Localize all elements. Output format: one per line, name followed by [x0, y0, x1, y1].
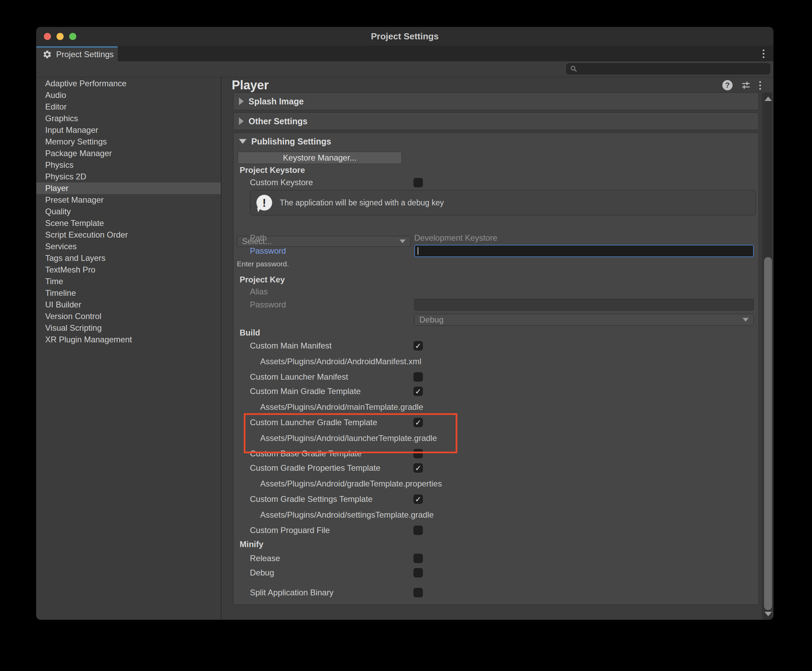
search-box [566, 63, 770, 74]
checkbox[interactable] [414, 449, 423, 458]
checkbox[interactable] [414, 373, 423, 382]
sidebar-item-package-manager[interactable]: Package Manager [36, 148, 221, 159]
sidebar-item-script-execution-order[interactable]: Script Execution Order [36, 229, 221, 241]
chevron-right-icon [239, 118, 244, 125]
sidebar-item-services[interactable]: Services [36, 241, 221, 252]
sidebar-item-editor[interactable]: Editor [36, 101, 221, 112]
setting-label: Custom Gradle Properties Template [233, 463, 380, 473]
checkbox[interactable] [414, 418, 423, 427]
checkbox[interactable] [414, 495, 423, 504]
sidebar-item-time[interactable]: Time [36, 276, 221, 287]
sidebar-item-physics[interactable]: Physics [36, 159, 221, 171]
checkbox[interactable] [414, 568, 423, 577]
scroll-up-arrow-icon[interactable] [764, 97, 772, 101]
sidebar-item-xr-plugin-management[interactable]: XR Plugin Management [36, 334, 221, 346]
setting-path: Assets/Plugins/Android/mainTemplate.grad… [233, 399, 759, 415]
section-other-settings-header[interactable]: Other Settings [233, 112, 759, 130]
setting-label: Custom Launcher Gradle Template [233, 418, 377, 427]
scrollbar-thumb[interactable] [764, 257, 772, 610]
setting-label: Custom Launcher Manifest [233, 372, 348, 382]
sidebar-item-physics-2d[interactable]: Physics 2D [36, 171, 221, 182]
sidebar-item-audio[interactable]: Audio [36, 89, 221, 101]
setting-label: Custom Main Manifest [233, 341, 332, 351]
checkbox[interactable] [414, 463, 423, 473]
info-box: ! The application will be signed with a … [250, 190, 756, 215]
password-helper-text: Enter password. [237, 259, 289, 268]
custom-keystore-label: Custom Keystore [250, 177, 313, 188]
project-key-heading: Project Key [240, 274, 285, 286]
text-caret [418, 247, 418, 255]
setting-row: Custom Launcher Manifest [233, 370, 759, 384]
search-icon [570, 65, 577, 73]
checkbox[interactable] [414, 588, 423, 598]
presets-icon[interactable] [741, 80, 751, 90]
checkbox[interactable] [414, 341, 423, 351]
tab-project-settings[interactable]: Project Settings [36, 46, 118, 61]
keystore-password-input[interactable] [414, 245, 754, 257]
toolbar [36, 61, 773, 77]
sidebar-item-graphics[interactable]: Graphics [36, 112, 221, 124]
dropdown-value: Debug [419, 315, 444, 325]
section-splash-image: Splash Image [233, 92, 759, 110]
setting-label: Custom Proguard File [233, 526, 330, 535]
section-publishing-settings-header[interactable]: Publishing Settings [233, 133, 759, 150]
sidebar-item-scene-template[interactable]: Scene Template [36, 217, 221, 229]
tab-strip: Project Settings [36, 46, 773, 61]
custom-keystore-checkbox[interactable] [414, 178, 423, 187]
titlebar: Project Settings [36, 27, 773, 46]
sidebar-item-visual-scripting[interactable]: Visual Scripting [36, 322, 221, 334]
panel-menu-icon[interactable] [759, 81, 761, 90]
info-message: The application will be signed with a de… [280, 198, 444, 208]
keystore-manager-button[interactable]: Keystore Manager... [238, 152, 402, 164]
alias-label: Alias [250, 286, 268, 298]
panel-scroll-divider [762, 92, 763, 620]
sidebar-item-memory-settings[interactable]: Memory Settings [36, 136, 221, 148]
section-label: Splash Image [249, 97, 304, 106]
chevron-down-icon [742, 318, 749, 322]
scrollbar[interactable] [763, 92, 773, 620]
sidebar-item-tags-and-layers[interactable]: Tags and Layers [36, 252, 221, 264]
sidebar-item-quality[interactable]: Quality [36, 206, 221, 217]
sidebar-item-timeline[interactable]: Timeline [36, 287, 221, 299]
tab-overflow-menu-icon[interactable] [763, 49, 764, 58]
settings-sidebar: Adaptive PerformanceAudioEditorGraphicsI… [36, 77, 221, 620]
checkbox[interactable] [414, 554, 423, 563]
setting-path: Assets/Plugins/Android/AndroidManifest.x… [233, 353, 759, 370]
player-settings-panel: Player ? [221, 77, 773, 620]
setting-row: Debug [233, 565, 759, 580]
setting-label: Custom Main Gradle Template [233, 387, 361, 396]
checkbox[interactable] [414, 526, 423, 535]
scroll-down-arrow-icon[interactable] [764, 612, 772, 616]
warning-icon: ! [256, 195, 272, 211]
setting-row: Release [233, 551, 759, 565]
alias-dropdown[interactable]: Debug [414, 314, 754, 325]
setting-row: Custom Base Gradle Template [233, 446, 759, 461]
screen: Project Settings Project Settings Adapti… [0, 0, 812, 671]
sidebar-item-player[interactable]: Player [36, 182, 221, 194]
setting-row: Custom Gradle Properties Template [233, 461, 759, 475]
keystore-path-value: Development Keystore [414, 232, 497, 244]
sidebar-item-version-control[interactable]: Version Control [36, 310, 221, 322]
setting-path: Assets/Plugins/Android/gradleTemplate.pr… [233, 475, 759, 492]
sidebar-item-preset-manager[interactable]: Preset Manager [36, 194, 221, 206]
help-icon[interactable]: ? [722, 80, 733, 90]
setting-label: Custom Gradle Settings Template [233, 494, 373, 504]
window-title: Project Settings [36, 27, 773, 46]
sidebar-item-ui-builder[interactable]: UI Builder [36, 299, 221, 310]
setting-label: Split Application Binary [233, 588, 334, 598]
setting-row: Custom Proguard File [233, 523, 759, 538]
keystore-path-label: Path [250, 232, 267, 244]
build-heading: Build [233, 327, 759, 339]
sidebar-item-textmesh-pro[interactable]: TextMesh Pro [36, 264, 221, 276]
key-password-input[interactable] [414, 299, 754, 310]
build-rows: BuildCustom Main ManifestAssets/Plugins/… [233, 327, 759, 600]
setting-row: Custom Main Gradle Template [233, 384, 759, 399]
section-label: Publishing Settings [251, 136, 331, 146]
sidebar-item-adaptive-performance[interactable]: Adaptive Performance [36, 78, 221, 89]
checkbox[interactable] [414, 387, 423, 396]
search-input[interactable] [577, 65, 770, 73]
setting-path: Assets/Plugins/Android/launcherTemplate.… [233, 430, 759, 446]
sidebar-item-input-manager[interactable]: Input Manager [36, 124, 221, 136]
setting-row: Custom Gradle Settings Template [233, 492, 759, 506]
section-splash-image-header[interactable]: Splash Image [233, 93, 759, 110]
